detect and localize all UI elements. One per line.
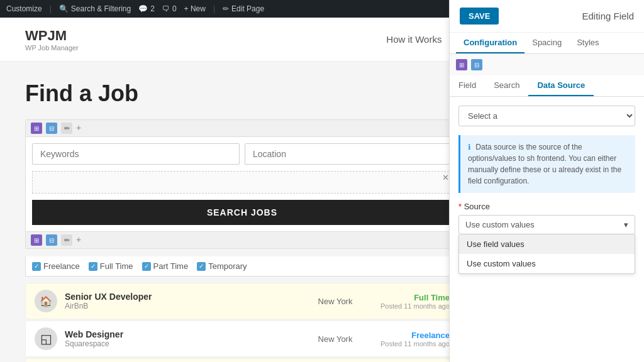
checkbox-box-fulltime	[89, 262, 97, 271]
panel-body: Select a ℹ Data source is the source of …	[450, 97, 644, 362]
edit-icon: ✏	[223, 4, 229, 13]
search-filter-icon: 🔍	[59, 4, 69, 13]
additional-filter-row: ✕	[32, 171, 452, 194]
checkbox-box-temporary	[197, 262, 206, 271]
comments-count: 2	[150, 4, 155, 13]
tab-data-source[interactable]: Data Source	[528, 75, 594, 96]
source-dropdown-input[interactable]: Use custom values ▾	[458, 215, 635, 234]
job-title-1[interactable]: Senior UX Developer	[65, 292, 296, 302]
job-company-2: Squarespace	[65, 339, 296, 348]
job-company-1: AirBnB	[65, 302, 296, 310]
info-box: ℹ Data source is the source of the optio…	[458, 135, 635, 193]
job-meta-2: Freelance Posted 11 months ago	[374, 331, 450, 348]
widget-icon-4: ⊟	[46, 234, 57, 246]
checkbox-fulltime[interactable]: Full Time	[89, 261, 133, 271]
source-option-custom-values[interactable]: Use custom values	[459, 254, 635, 273]
widget-icon-2: ⊟	[46, 123, 57, 134]
job-listing-2: ◱ Web Designer Squarespace New York Free…	[25, 321, 459, 357]
select-a-dropdown[interactable]: Select a	[458, 106, 635, 126]
page-title: Find a Job	[25, 80, 459, 107]
bubble-count: 0	[172, 4, 177, 13]
new-label: + New	[184, 4, 206, 13]
panel-config-tabs: Configuration Spacing Styles	[450, 33, 644, 54]
job-type-2: Freelance	[374, 331, 450, 340]
search-filtering-item[interactable]: 🔍 Search & Filtering	[59, 4, 131, 13]
right-panel: SAVE Editing Field Configuration Spacing…	[449, 0, 644, 362]
job-location-1: New York	[304, 297, 367, 306]
tab-field[interactable]: Field	[450, 75, 485, 96]
comments-icon: 💬	[138, 4, 148, 13]
info-text: Data source is the source of the options…	[468, 143, 621, 185]
tab-search[interactable]: Search	[485, 75, 528, 96]
tab-configuration[interactable]: Configuration	[456, 33, 525, 53]
job-avatar-1: 🏠	[35, 290, 57, 312]
search-widget: ⊞ ⊟ ✏ + ✕ SEARCH JOBS ⊞ ⊟ ✏ +	[25, 119, 459, 249]
checkbox-freelance[interactable]: Freelance	[32, 261, 80, 271]
tab-spacing[interactable]: Spacing	[525, 33, 569, 53]
bubbles-item[interactable]: 🗨 0	[162, 4, 177, 13]
field-icon-2: ⊟	[471, 59, 482, 70]
widget-toolbar-top: ⊞ ⊟ ✏ +	[26, 120, 458, 137]
edit-widget-btn[interactable]: ✏	[61, 123, 72, 134]
field-icon-1: ⊞	[456, 59, 467, 70]
keywords-input[interactable]	[32, 143, 240, 165]
bubble-icon: 🗨	[162, 4, 170, 13]
edit-page-item[interactable]: ✏ Edit Page	[223, 4, 264, 13]
source-value: Use custom values	[465, 220, 535, 229]
main-content: Find a Job ⊞ ⊟ ✏ + ✕ SEARCH JOBS ⊞ ⊟ ✏ +	[0, 62, 484, 362]
job-avatar-2: ◱	[35, 327, 57, 350]
info-icon: ℹ	[468, 143, 471, 151]
checkbox-parttime[interactable]: Part Time	[142, 261, 189, 271]
nav-how-it-works[interactable]: How it Works	[386, 34, 441, 45]
location-input[interactable]	[245, 143, 452, 165]
site-logo: WPJM WP Job Manager	[25, 28, 79, 52]
source-option-field-values[interactable]: Use field values	[459, 234, 635, 254]
add-widget-btn[interactable]: +	[76, 123, 87, 134]
required-star: *	[458, 202, 464, 211]
search-filtering-label: Search & Filtering	[71, 4, 131, 13]
field-icons-row: ⊞ ⊟	[450, 54, 644, 75]
edit-page-label: Edit Page	[231, 4, 264, 13]
search-fields	[26, 137, 458, 171]
panel-title: Editing Field	[582, 11, 634, 21]
tab-styles[interactable]: Styles	[569, 33, 606, 53]
job-title-2[interactable]: Web Designer	[65, 329, 296, 339]
search-jobs-button[interactable]: SEARCH JOBS	[32, 200, 452, 225]
widget-icon-3: ⊞	[31, 234, 42, 246]
close-filter-btn[interactable]: ✕	[442, 173, 449, 182]
sep-1: |	[50, 4, 52, 13]
job-location-2: New York	[304, 334, 367, 344]
sep-2: |	[213, 4, 215, 13]
checkbox-label-fulltime: Full Time	[100, 261, 133, 271]
source-field-group: * Source Use custom values ▾ Use field v…	[458, 202, 635, 234]
widget-icon-1: ⊞	[31, 123, 42, 134]
new-item[interactable]: + New	[184, 4, 206, 13]
job-meta-1: Full Time Posted 11 months ago	[374, 293, 450, 310]
add-widget-btn-2[interactable]: +	[76, 234, 87, 246]
widget-toolbar-bottom: ⊞ ⊟ ✏ +	[26, 231, 458, 248]
logo-tagline: WP Job Manager	[25, 44, 79, 52]
customize-item[interactable]: Customize	[6, 4, 42, 13]
save-button[interactable]: SAVE	[460, 8, 499, 25]
checkbox-label-parttime: Part Time	[153, 261, 189, 271]
job-type-1: Full Time	[374, 293, 450, 302]
filter-checkboxes: Freelance Full Time Part Time Temporary	[25, 256, 459, 277]
job-posted-2: Posted 11 months ago	[374, 340, 450, 348]
edit-widget-btn-2[interactable]: ✏	[61, 234, 72, 246]
customize-label: Customize	[6, 4, 42, 13]
checkbox-label-freelance: Freelance	[43, 261, 80, 271]
comments-item[interactable]: 💬 2	[138, 4, 155, 13]
checkbox-box-parttime	[142, 262, 151, 271]
content-wrapper: Find a Job ⊞ ⊟ ✏ + ✕ SEARCH JOBS ⊞ ⊟ ✏ +	[0, 62, 644, 362]
panel-field-tabs: Field Search Data Source	[450, 75, 644, 97]
job-listing-3: 🛍 Art Director Shopify Toronto Part Time…	[25, 358, 459, 362]
job-listing-1: 🏠 Senior UX Developer AirBnB New York Fu…	[25, 283, 459, 319]
checkbox-box-freelance	[32, 262, 41, 271]
job-info-1: Senior UX Developer AirBnB	[65, 292, 296, 310]
job-posted-1: Posted 11 months ago	[374, 302, 450, 310]
source-dropdown-wrapper: Use custom values ▾ Use field values Use…	[458, 215, 635, 234]
source-chevron-icon: ▾	[624, 220, 628, 229]
logo-name: WPJM	[25, 28, 79, 44]
checkbox-temporary[interactable]: Temporary	[197, 261, 247, 271]
source-dropdown-menu: Use field values Use custom values	[458, 234, 635, 274]
